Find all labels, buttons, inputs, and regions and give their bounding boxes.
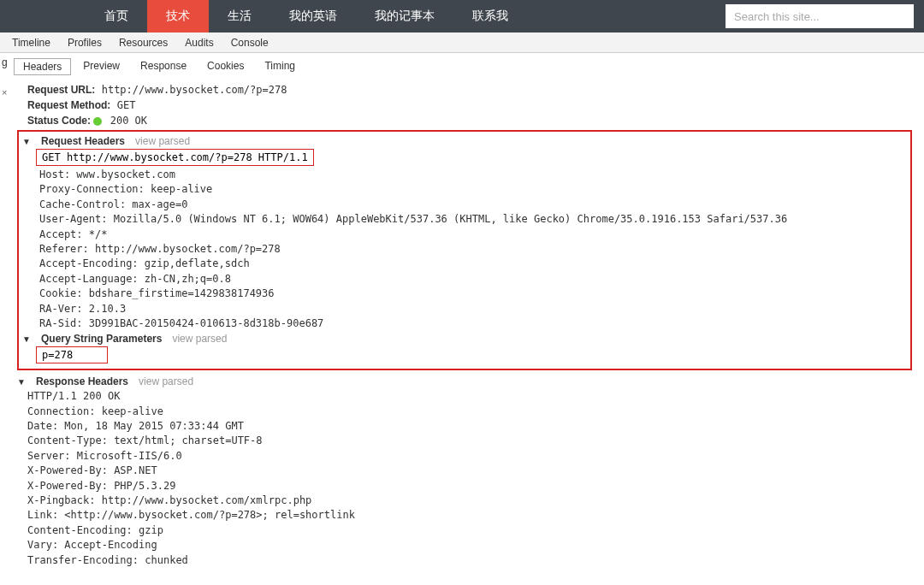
tab-resources[interactable]: Resources xyxy=(110,32,176,53)
tab-response[interactable]: Response xyxy=(132,58,195,75)
view-parsed-link[interactable]: view parsed xyxy=(172,333,227,345)
request-headers-title: Request Headers xyxy=(41,135,125,147)
view-parsed-link[interactable]: view parsed xyxy=(135,135,190,147)
tab-timing[interactable]: Timing xyxy=(256,58,304,75)
tab-headers[interactable]: Headers xyxy=(14,58,71,75)
tab-audits[interactable]: Audits xyxy=(176,32,222,53)
nav-home[interactable]: 首页 xyxy=(86,0,147,32)
request-header-lines: Host: www.bysocket.com Proxy-Connection:… xyxy=(22,168,907,331)
close-icon[interactable]: × xyxy=(2,87,10,98)
detail-tabs: Headers Preview Response Cookies Timing xyxy=(10,58,919,75)
request-url-value: http://www.bysocket.com/?p=278 xyxy=(102,84,287,96)
general-info: Request URL: http://www.bysocket.com/?p=… xyxy=(10,82,919,128)
tab-cookies[interactable]: Cookies xyxy=(198,58,252,75)
nav-contact[interactable]: 联系我 xyxy=(453,0,527,32)
tab-preview[interactable]: Preview xyxy=(74,58,128,75)
status-code-value: 200 OK xyxy=(110,115,147,127)
chevron-down-icon: ▼ xyxy=(17,377,26,387)
status-dot-icon xyxy=(93,117,102,126)
tab-console[interactable]: Console xyxy=(222,32,277,53)
query-param-box: p=278 xyxy=(36,346,108,363)
network-detail-panel: Headers Preview Response Cookies Timing … xyxy=(10,56,924,585)
request-line-box: GET http://www.bysocket.com/?p=278 HTTP/… xyxy=(36,149,314,166)
nav-tech[interactable]: 技术 xyxy=(147,0,209,32)
nav-notebook[interactable]: 我的记事本 xyxy=(356,0,453,32)
query-string-header[interactable]: ▼ Query String Parameters view parsed xyxy=(22,331,907,346)
devtools-tab-bar: Timeline Profiles Resources Audits Conso… xyxy=(0,32,924,53)
tab-timeline[interactable]: Timeline xyxy=(3,32,59,53)
chevron-down-icon: ▼ xyxy=(22,334,31,344)
request-method-label: Request Method: xyxy=(27,99,110,111)
request-method-row: Request Method: GET xyxy=(27,98,919,113)
request-url-row: Request URL: http://www.bysocket.com/?p=… xyxy=(27,82,919,98)
status-code-label: Status Code: xyxy=(27,115,91,127)
response-headers-title: Response Headers xyxy=(36,375,128,387)
site-nav: 首页 技术 生活 我的英语 我的记事本 联系我 xyxy=(0,0,924,32)
search-input[interactable] xyxy=(726,4,914,28)
request-headers-header[interactable]: ▼ Request Headers view parsed xyxy=(22,133,907,149)
nav-life[interactable]: 生活 xyxy=(209,0,270,32)
status-code-row: Status Code: 200 OK xyxy=(27,113,919,128)
chevron-down-icon: ▼ xyxy=(22,137,31,146)
response-header-lines: HTTP/1.1 200 OK Connection: keep-alive D… xyxy=(10,389,919,568)
query-string-title: Query String Parameters xyxy=(41,333,162,345)
highlighted-region: ▼ Request Headers view parsed GET http:/… xyxy=(17,130,912,370)
request-url-label: Request URL: xyxy=(27,84,95,96)
nav-english[interactable]: 我的英语 xyxy=(270,0,356,32)
view-parsed-link[interactable]: view parsed xyxy=(139,375,193,387)
marker-text: g xyxy=(2,56,10,68)
tab-profiles[interactable]: Profiles xyxy=(59,32,110,53)
request-method-value: GET xyxy=(117,99,136,111)
response-headers-header[interactable]: ▼ Response Headers view parsed xyxy=(10,374,919,389)
